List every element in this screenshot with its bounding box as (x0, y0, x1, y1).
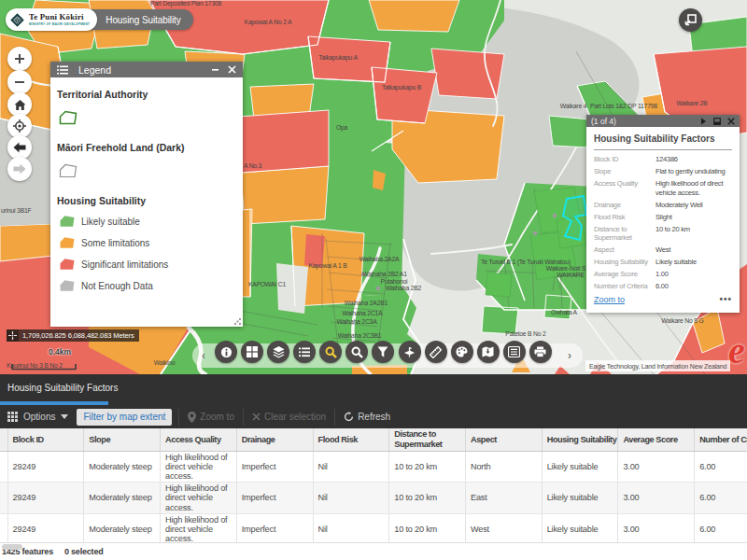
legend-layer-heading: Housing Suitability (57, 195, 237, 206)
table-cell: 6.00 (695, 483, 747, 514)
column-header[interactable]: Block ID (7, 428, 84, 451)
toolbar-next-arrow[interactable]: › (563, 349, 576, 362)
popup-zoom-to-link[interactable]: Zoom to (594, 295, 719, 304)
table-row[interactable]: 29249Moderately steepHigh likelihood of … (0, 513, 747, 542)
popup-field-label: Access Quality (594, 179, 655, 197)
draw-widget-button[interactable] (451, 341, 473, 363)
column-header[interactable]: Housing Suitability (542, 428, 618, 451)
map-region-green-owhata (544, 295, 571, 319)
table-cell: 6.00 (695, 451, 747, 483)
scalebar-label: 0.4km (49, 347, 77, 357)
map-label: Waikare 2B (677, 100, 709, 106)
filter-icon (377, 346, 388, 357)
map-label: A No.3 (244, 162, 262, 169)
refresh-icon (344, 412, 354, 422)
clear-x-icon (252, 413, 261, 421)
legend-close-button[interactable] (228, 65, 236, 74)
popup-field-label: Distance to Supermarket (594, 225, 655, 243)
table-cell: Imperfect (236, 483, 313, 514)
popup-header[interactable]: (1 of 4) (586, 115, 740, 127)
territorial-authority-swatch (59, 110, 78, 125)
column-header[interactable]: Aspect (465, 428, 542, 451)
map-label: Waikino (154, 359, 176, 366)
table-row[interactable]: 29249Moderately steepHigh likelihood of … (0, 451, 747, 483)
attribute-table[interactable]: Block IDSlopeAccess QualityDrainageFlood… (0, 428, 747, 542)
select-widget-button[interactable] (399, 341, 421, 363)
legend-layer-heading: Māori Freehold Land (Dark) (57, 142, 237, 153)
zoom-in-button[interactable] (7, 47, 32, 71)
overview-map-button[interactable] (679, 8, 702, 32)
legend-item-label: Some limitations (81, 238, 149, 248)
legend-header[interactable]: Legend (50, 62, 243, 77)
table-cell: 10 to 20 km (389, 513, 466, 542)
measure-widget-button[interactable] (425, 341, 447, 363)
layers-icon (273, 346, 285, 358)
popup-maximize-button[interactable] (713, 118, 721, 125)
zoom-to-label: Zoom to (200, 412, 234, 422)
horizontal-scrollbar-thumb[interactable] (2, 544, 22, 550)
attribute-table-widget-button[interactable] (503, 341, 526, 363)
map-label: Patetoe B No 2 (505, 330, 546, 337)
layers-widget-button[interactable] (267, 341, 289, 363)
search-icon (351, 346, 363, 358)
popup-more-icon[interactable]: ••• (719, 298, 732, 301)
legend-item-label: Likely suitable (81, 217, 140, 227)
tab-label: Housing Suitability Factors (0, 383, 118, 393)
popup-field-row: Flood RiskSlight (594, 213, 732, 222)
attribute-table-panel: Housing Suitability Factors Options Filt… (0, 374, 747, 560)
legend-minimize-button[interactable] (211, 65, 219, 74)
legend-item: Likely suitable (59, 215, 237, 228)
popup-field-row: Housing SuitabilityLikely suitable (594, 258, 732, 267)
popup-close-button[interactable] (727, 118, 735, 125)
table-cell: Likely suitable (542, 483, 618, 514)
next-extent-button[interactable] (7, 157, 32, 181)
map-pin-icon (188, 412, 196, 423)
info-widget-button[interactable] (215, 341, 237, 363)
agency-title: Te Puni Kōkiri (29, 13, 90, 21)
arrow-left-icon (13, 142, 26, 153)
coordinate-widget: 1,709,026.825 6,088,482.083 Meters (7, 329, 139, 342)
maori-freehold-swatch (59, 163, 78, 178)
table-row[interactable]: 29249Moderately steepHigh likelihood of … (0, 483, 747, 514)
legend-item: Some limitations (59, 236, 237, 249)
zoom-out-button[interactable] (7, 70, 32, 94)
column-header[interactable]: Slope (84, 428, 161, 451)
legend-layer-heading: Territorial Authority (57, 89, 237, 100)
options-grid-icon (7, 412, 18, 422)
coordinate-crosshair-icon[interactable] (7, 329, 19, 342)
popup-next-button[interactable] (700, 118, 707, 125)
feature-popup: (1 of 4) Housing Suitability Factors Blo… (586, 115, 740, 313)
refresh-button[interactable]: Refresh (335, 412, 399, 422)
column-header[interactable]: Distance to Supermarket (389, 428, 466, 451)
zoom-to-button[interactable]: Zoom to (179, 412, 243, 423)
popup-field-label: Slope (594, 167, 655, 176)
basemap-gallery-widget-button[interactable] (241, 341, 263, 363)
table-cell: High likelihood of direct vehicle access… (161, 513, 237, 542)
popup-field-row: DrainageModerately Well (594, 201, 732, 210)
clear-selection-button[interactable]: Clear selection (244, 412, 334, 422)
print-widget-button[interactable] (529, 341, 552, 363)
table-tab-bar: Housing Suitability Factors (0, 374, 747, 405)
select-icon (403, 346, 416, 357)
options-button[interactable]: Options (0, 412, 77, 422)
table-cell: Nil (313, 483, 389, 514)
column-header[interactable]: Average Score (618, 428, 695, 451)
table-cell: Imperfect (236, 451, 313, 483)
column-header[interactable]: Number of Criteria (695, 428, 747, 451)
column-header[interactable]: Flood Risk (313, 428, 389, 451)
agency-logo[interactable]: Te Puni Kōkiri MINISTRY OF MĀORI DEVELOP… (6, 8, 97, 31)
map-region-light-wedge (276, 263, 308, 314)
map-label: Waihaha 2C1A (342, 310, 383, 316)
toolbar-prev-arrow[interactable]: ‹ (197, 349, 210, 362)
filter-by-map-extent-button[interactable]: Filter by map extent (77, 409, 172, 426)
legend-resize-grip[interactable] (234, 318, 241, 325)
column-header[interactable]: Access Quality (161, 428, 237, 451)
coordinate-readout: 1,709,026.825 6,088,482.083 Meters (22, 331, 134, 340)
agency-name: Te Puni Kōkiri MINISTRY OF MĀORI DEVELOP… (29, 13, 90, 25)
table-gutter-cell (0, 483, 7, 514)
popup-field-value: 6.00 (655, 282, 732, 291)
tab-housing-suitability-factors[interactable]: Housing Suitability Factors (0, 374, 108, 405)
add-data-widget-button[interactable] (477, 341, 500, 363)
legend-body: Territorial Authority Māori Freehold Lan… (50, 77, 243, 292)
column-header[interactable]: Drainage (236, 428, 313, 451)
